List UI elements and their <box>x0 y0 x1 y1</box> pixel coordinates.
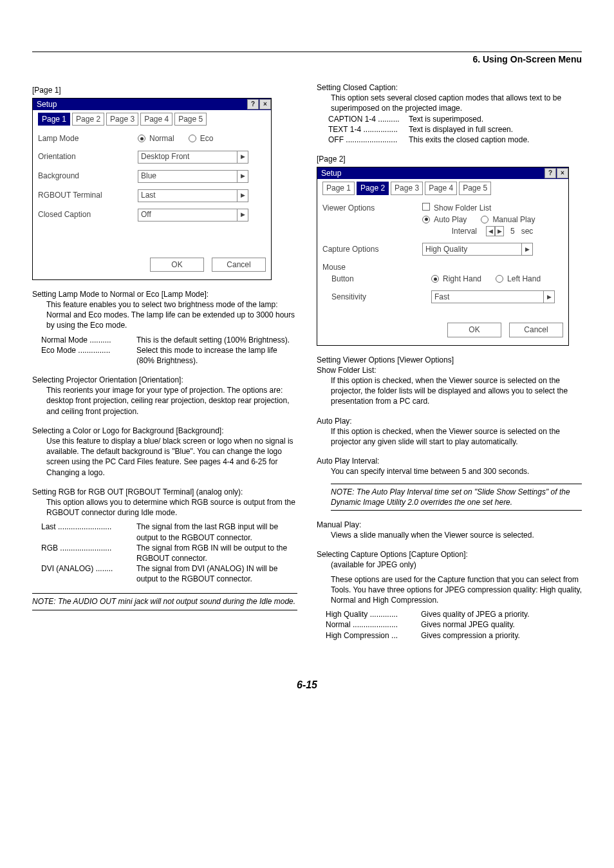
help-icon[interactable]: ? <box>247 99 259 109</box>
lamp-mode-desc: This feature enables you to select two b… <box>46 299 297 331</box>
def-desc: Gives quality of JPEG a priority. <box>421 609 582 619</box>
chevron-right-icon[interactable]: ▶ <box>237 190 248 202</box>
right-hand-radio[interactable]: Right Hand <box>431 274 481 284</box>
close-icon[interactable]: × <box>557 168 568 178</box>
chevron-right-icon[interactable]: ▶ <box>237 209 248 221</box>
rgbout-desc: This option allows you to determine whic… <box>46 497 297 518</box>
lamp-normal-radio[interactable]: Normal <box>138 133 174 144</box>
lamp-mode-label: Lamp Mode <box>38 133 138 144</box>
page2-tag: [Page 2] <box>317 154 582 164</box>
def-term: Normal Mode .......... <box>41 335 136 345</box>
def-desc: Select this mode to increase the lamp li… <box>136 345 297 366</box>
orientation-desc: This reorients your image for your type … <box>46 385 297 417</box>
def-term: OFF ........................ <box>328 135 409 145</box>
auto-play-heading: Auto Play: <box>317 416 582 426</box>
tab-page3[interactable]: Page 3 <box>391 182 423 194</box>
def-desc: This exits the closed caption mode. <box>409 135 582 145</box>
cancel-button[interactable]: Cancel <box>509 323 563 337</box>
show-folder-checkbox[interactable]: Show Folder List <box>422 203 491 213</box>
mouse-button-label: Button <box>322 274 431 284</box>
page-number: 6-15 <box>32 679 582 691</box>
def-term: CAPTION 1-4 .......... <box>328 114 409 124</box>
tab-page4[interactable]: Page 4 <box>140 113 172 126</box>
capture-sub: (available for JPEG only) <box>331 560 582 570</box>
closed-caption-combo[interactable]: Off▶ <box>138 209 248 222</box>
orientation-heading: Selecting Projector Orientation [Orienta… <box>32 375 297 385</box>
close-icon[interactable]: × <box>259 99 271 109</box>
chevron-right-icon[interactable]: ▶ <box>543 291 554 303</box>
auto-play-radio[interactable]: Auto Play <box>422 214 467 225</box>
background-combo[interactable]: Blue▶ <box>138 170 248 183</box>
sensitivity-combo[interactable]: Fast▶ <box>431 290 555 303</box>
dialog-title: Setup <box>37 99 57 109</box>
background-heading: Selecting a Color or Logo for Background… <box>32 426 297 436</box>
def-term: TEXT 1-4 ................ <box>328 124 409 135</box>
ok-button[interactable]: OK <box>150 258 204 272</box>
def-term: Last ......................... <box>41 522 136 542</box>
viewer-options-heading: Setting Viewer Options [Viewer Options] <box>317 355 582 365</box>
manual-play-radio[interactable]: Manual Play <box>481 214 535 225</box>
interval-label: Interval <box>422 226 486 236</box>
setup-dialog-page2: Setup ? × Page 1 Page 2 Page 3 Page 4 Pa… <box>317 167 569 345</box>
manual-play-heading: Manual Play: <box>317 520 582 530</box>
interval-spinner[interactable]: ◀▶ 5 sec <box>486 226 533 236</box>
tab-page1[interactable]: Page 1 <box>38 113 70 126</box>
tab-page5[interactable]: Page 5 <box>459 182 491 194</box>
show-folder-desc: If this option is checked, when the View… <box>331 375 582 407</box>
orientation-label: Orientation <box>38 151 138 162</box>
def-desc: The signal from DVI (ANALOG) IN will be … <box>136 563 297 584</box>
closed-caption-desc: This option sets several closed caption … <box>331 93 582 113</box>
chevron-right-icon[interactable]: ▶ <box>237 171 248 182</box>
manual-play-desc: Views a slide manually when the Viewer s… <box>331 530 582 540</box>
cancel-button[interactable]: Cancel <box>212 258 266 272</box>
def-desc: Gives compression a priority. <box>421 630 582 641</box>
capture-options-label: Capture Options <box>322 244 422 254</box>
lamp-eco-radio[interactable]: Eco <box>189 133 214 144</box>
interval-heading: Auto Play Interval: <box>317 456 582 466</box>
rgbout-heading: Setting RGB for RGB OUT [RGBOUT Terminal… <box>32 487 297 497</box>
rgbout-combo[interactable]: Last▶ <box>138 189 248 202</box>
note-interval: NOTE: The Auto Play Interval time set on… <box>331 484 582 511</box>
left-hand-radio[interactable]: Left Hand <box>496 274 541 284</box>
def-desc: Text is displayed in full screen. <box>409 124 582 135</box>
def-desc: The signal from the last RGB input will … <box>136 522 297 542</box>
tab-page5[interactable]: Page 5 <box>174 113 207 126</box>
capture-heading: Selecting Capture Options [Capture Optio… <box>317 549 582 560</box>
tab-page3[interactable]: Page 3 <box>106 113 138 126</box>
left-column: [Page 1] Setup ? × Page 1 Page 2 Page 3 … <box>32 82 297 641</box>
def-desc: The signal from RGB IN will be output to… <box>136 543 297 563</box>
def-desc: Text is superimposed. <box>409 114 582 124</box>
tab-page2[interactable]: Page 2 <box>357 182 389 194</box>
def-term: High Quality ............. <box>326 609 421 619</box>
def-term: Eco Mode ............... <box>41 345 136 366</box>
def-term: RGB ........................ <box>41 543 136 563</box>
orientation-combo[interactable]: Desktop Front▶ <box>138 151 248 164</box>
dialog-title: Setup <box>321 168 341 178</box>
tab-page1[interactable]: Page 1 <box>322 182 355 194</box>
background-label: Background <box>38 171 138 181</box>
page1-tag: [Page 1] <box>32 85 297 95</box>
capture-combo[interactable]: High Quality▶ <box>422 243 533 256</box>
chevron-right-icon[interactable]: ▶ <box>237 151 248 163</box>
right-column: Setting Closed Caption: This option sets… <box>317 82 582 641</box>
lamp-mode-heading: Setting Lamp Mode to Normal or Eco [Lamp… <box>32 289 297 299</box>
ok-button[interactable]: OK <box>447 323 501 337</box>
closed-caption-heading: Setting Closed Caption: <box>317 82 582 93</box>
sensitivity-label: Sensitivity <box>322 292 431 302</box>
interval-desc: You can specify interval time between 5 … <box>331 466 582 476</box>
closed-caption-label: Closed Caption <box>38 209 138 220</box>
viewer-options-label: Viewer Options <box>322 203 422 213</box>
tab-page4[interactable]: Page 4 <box>425 182 457 194</box>
def-term: DVI (ANALOG) ........ <box>41 563 136 584</box>
note-audio-out: NOTE: The AUDIO OUT mini jack will not o… <box>32 593 297 610</box>
tab-page2[interactable]: Page 2 <box>72 113 104 126</box>
def-desc: This is the default setting (100% Bright… <box>136 335 297 345</box>
def-term: Normal ..................... <box>326 619 421 630</box>
chevron-right-icon[interactable]: ▶ <box>521 243 532 255</box>
help-icon[interactable]: ? <box>544 168 556 178</box>
background-desc: Use this feature to display a blue/ blac… <box>46 436 297 478</box>
page-header: 6. Using On-Screen Menu <box>32 54 582 64</box>
mouse-label: Mouse <box>322 262 422 272</box>
def-term: High Compression ... <box>326 630 421 641</box>
def-desc: Gives normal JPEG quality. <box>421 619 582 630</box>
